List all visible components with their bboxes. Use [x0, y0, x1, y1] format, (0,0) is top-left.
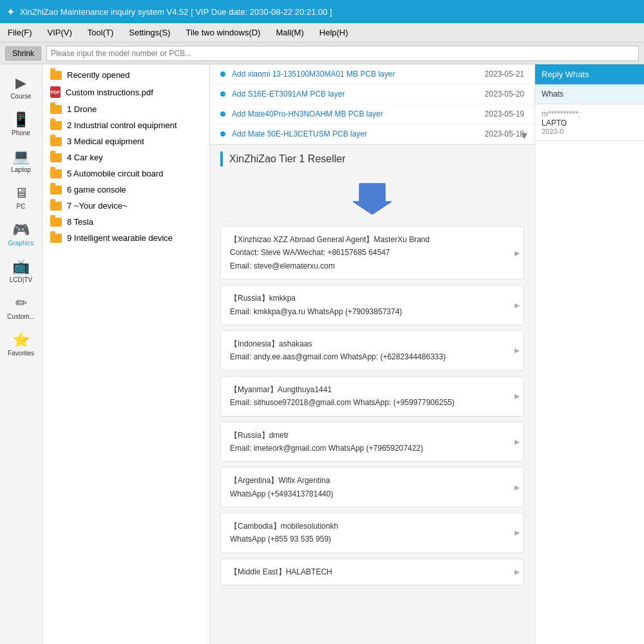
- search-bar: Shrink: [0, 43, 644, 64]
- card-scroll-icon[interactable]: ▸: [515, 524, 520, 542]
- sidebar-icon-course[interactable]: ▶Course: [2, 70, 41, 105]
- file-date: 2023-05-18: [485, 129, 524, 138]
- card-line2: Contact: Steve WA/Wechat: +86157685 6454…: [230, 246, 515, 259]
- laptop-label: Laptop: [11, 166, 31, 173]
- file-link[interactable]: Add Mate 50E-HL3CETUSM PCB layer: [232, 129, 472, 138]
- lcdtv-icon: 📺: [12, 258, 30, 275]
- tree-item-custom-pdf[interactable]: PDFCustom instructions.pdf: [43, 83, 209, 101]
- tree-item-label: 8 Tesla: [67, 217, 93, 227]
- tree-item-automobile[interactable]: 5 Automobile circuit board: [43, 166, 209, 182]
- folder-icon: [50, 202, 62, 211]
- file-link[interactable]: Add S16E-ET3091AM PCB layer: [232, 90, 472, 99]
- folder-icon: [50, 218, 62, 227]
- card-line1: 【Argentina】Wifix Argentina: [230, 474, 515, 487]
- file-link[interactable]: Add xiaomi 13-135100M30MA01 MB PCB layer: [232, 70, 472, 79]
- tree-item-medical[interactable]: 3 Medical equipment: [43, 133, 209, 149]
- file-date: 2023-05-21: [485, 70, 524, 79]
- custom-icon: ✏: [15, 295, 27, 312]
- tree-item-label: 2 Industrial control equipment: [67, 120, 177, 130]
- tree-item-yourdevice[interactable]: 7 ~Your device~: [43, 198, 209, 214]
- card-line2: Email: imeteork@gmail.com WhatsApp (+796…: [230, 442, 515, 455]
- lcdtv-label: LCD|TV: [10, 276, 32, 283]
- sidebar-icon-laptop[interactable]: 💻Laptop: [2, 143, 41, 178]
- scroll-arrow-icon[interactable]: ▼: [519, 130, 529, 142]
- tree-item-game[interactable]: 6 game console: [43, 182, 209, 198]
- tree-item-label: 7 ~Your device~: [67, 201, 127, 211]
- title-text: XinZhiZao Maintenance inquiry system V4.…: [20, 7, 332, 17]
- shrink-button[interactable]: Shrink: [5, 46, 41, 61]
- sidebar-icon-phone[interactable]: 📱Phone: [2, 106, 41, 142]
- user-id: m**********:: [542, 109, 638, 118]
- folder-icon: [50, 185, 62, 194]
- tree-item-label: 9 Intelligent wearable device: [67, 233, 173, 243]
- tree-item-tesla[interactable]: 8 Tesla: [43, 214, 209, 230]
- card-scroll-icon[interactable]: ▸: [515, 388, 520, 405]
- menu-item-vip[interactable]: VIP(V): [40, 23, 80, 42]
- sidebar-icon-lcdtv[interactable]: 📺LCD|TV: [2, 253, 41, 289]
- tree-item-label: 4 Car key: [67, 153, 103, 162]
- tree-item-recent[interactable]: Recently opened: [43, 67, 209, 83]
- reseller-title: XinZhiZao Tier 1 Reseller: [229, 153, 346, 165]
- card-scroll-icon[interactable]: ▸: [515, 296, 520, 314]
- folder-icon: [50, 105, 62, 114]
- right-panel-user: m**********: LAPTO 2023-0: [535, 104, 644, 141]
- graphics-label: Graphics: [8, 240, 33, 247]
- folder-icon: [50, 169, 62, 178]
- menu-item-settings[interactable]: Settings(S): [121, 23, 178, 42]
- card-line1: 【Indonesia】ashakaas: [230, 337, 515, 350]
- card-line1: 【Myanmar】Aungthuya1441: [230, 383, 515, 396]
- menu-item-help[interactable]: Help(H): [312, 23, 356, 42]
- card-scroll-icon[interactable]: ▸: [515, 342, 520, 359]
- recent-files: Add xiaomi 13-135100M30MA01 MB PCB layer…: [210, 64, 535, 145]
- reseller-card-4: 【Russia】dmetrEmail: imeteork@gmail.com W…: [220, 422, 524, 462]
- graphics-icon: 🎮: [12, 222, 30, 238]
- recent-file-row: Add S16E-ET3091AM PCB layer2023-05-20: [210, 84, 535, 104]
- menu-item-file[interactable]: File(F): [0, 23, 40, 42]
- bullet-icon: [220, 91, 225, 97]
- menu-item-mall[interactable]: Mall(M): [268, 23, 311, 42]
- down-arrow-icon: [353, 177, 392, 216]
- file-tree: Recently openedPDFCustom instructions.pd…: [43, 64, 210, 644]
- search-input[interactable]: [46, 46, 639, 61]
- bullet-icon: [220, 71, 225, 77]
- tree-item-drone[interactable]: 1 Drone: [43, 101, 209, 117]
- card-line2: WhatsApp (+5493413781440): [230, 488, 515, 500]
- sidebar-icons: ▶Course📱Phone💻Laptop🖥PC🎮Graphics📺LCD|TV✏…: [0, 64, 43, 644]
- file-link[interactable]: Add Mate40Pro-HN3NOAHM MB PCB layer: [232, 109, 472, 118]
- sidebar-icon-graphics[interactable]: 🎮Graphics: [2, 216, 41, 252]
- reseller-card-6: 【Cambodia】mobilesolutionkhWhatsApp (+855…: [220, 513, 524, 553]
- course-label: Course: [10, 93, 31, 100]
- sidebar-icon-custom[interactable]: ✏Custom...: [2, 290, 41, 325]
- user-msg: LAPTO: [542, 118, 638, 128]
- sidebar-icon-favorites[interactable]: ⭐Favorites: [2, 327, 41, 362]
- card-scroll-icon[interactable]: ▸: [515, 433, 520, 450]
- logo-icon: ✦: [6, 6, 15, 18]
- card-scroll-icon[interactable]: ▸: [515, 478, 520, 496]
- card-line1: 【Russia】kmkkpa: [230, 292, 515, 305]
- main-layout: ▶Course📱Phone💻Laptop🖥PC🎮Graphics📺LCD|TV✏…: [0, 64, 644, 644]
- title-bar: ✦ XinZhiZao Maintenance inquiry system V…: [0, 0, 644, 23]
- folder-icon: [50, 137, 62, 146]
- content-area: Add xiaomi 13-135100M30MA01 MB PCB layer…: [210, 64, 535, 644]
- course-icon: ▶: [15, 75, 26, 91]
- file-date: 2023-05-20: [485, 90, 524, 99]
- card-line1: 【Russia】dmetr: [230, 429, 515, 442]
- recent-file-row: Add xiaomi 13-135100M30MA01 MB PCB layer…: [210, 64, 535, 84]
- reseller-card-2: 【Indonesia】ashakaasEmail: andy.ee.aas@gm…: [220, 330, 524, 371]
- menu-item-tool[interactable]: Tool(T): [80, 23, 121, 42]
- folder-icon: [50, 234, 62, 243]
- tree-item-label: 5 Automobile circuit board: [67, 169, 164, 178]
- folder-icon: [50, 71, 62, 80]
- menu-item-tile[interactable]: Tile two windows(D): [178, 23, 269, 42]
- folder-icon: [50, 153, 62, 162]
- tree-item-carkey[interactable]: 4 Car key: [43, 149, 209, 166]
- reseller-card-0: 【Xinzhizao XZZ Abroad General Agent】Mast…: [220, 226, 524, 279]
- laptop-icon: 💻: [12, 148, 30, 165]
- tree-item-wearable[interactable]: 9 Intelligent wearable device: [43, 230, 209, 246]
- tree-item-industrial[interactable]: 2 Industrial control equipment: [43, 117, 209, 133]
- card-scroll-icon[interactable]: ▸: [515, 563, 520, 580]
- bullet-icon: [220, 111, 225, 117]
- sidebar-icon-pc[interactable]: 🖥PC: [2, 180, 41, 215]
- card-line1: 【Xinzhizao XZZ Abroad General Agent】Mast…: [230, 233, 515, 246]
- card-scroll-icon[interactable]: ▸: [515, 244, 520, 261]
